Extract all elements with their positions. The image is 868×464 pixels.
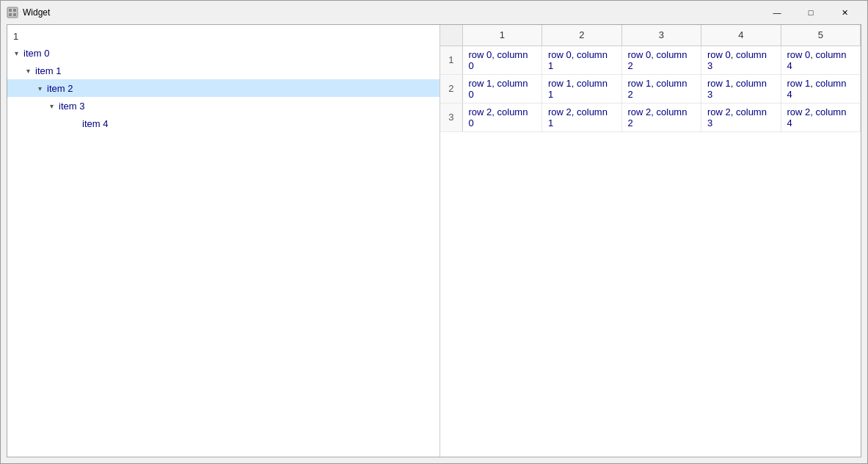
- app-icon: [7, 7, 18, 18]
- tree-item-item2[interactable]: ▾ item 2: [7, 79, 440, 97]
- arrow-item2: ▾: [34, 82, 45, 94]
- cell-1-1: row 1, column 1: [542, 74, 622, 103]
- table-row: 2 row 1, column 0 row 1, column 1 row 1,…: [440, 74, 861, 103]
- title-bar: Widget — □ ✕: [1, 1, 867, 24]
- cell-2-4: row 2, column 4: [781, 103, 861, 131]
- col-header-4: 4: [701, 25, 781, 46]
- cell-2-1: row 2, column 1: [542, 103, 622, 131]
- col-header-1: 1: [462, 25, 542, 46]
- label-item2: item 2: [47, 83, 73, 94]
- table-row: 3 row 2, column 0 row 2, column 1 row 2,…: [440, 103, 861, 131]
- window-title: Widget: [23, 7, 760, 18]
- cell-0-1: row 0, column 1: [542, 46, 622, 74]
- cell-0-0: row 0, column 0: [462, 46, 542, 74]
- arrow-item0: ▾: [10, 47, 22, 59]
- cell-0-2: row 0, column 2: [621, 46, 701, 74]
- window-content: 1 ▾ item 0 ▾ item 1 ▾ item 2 ▾ item 3: [7, 24, 861, 457]
- cell-1-3: row 1, column 3: [701, 74, 781, 103]
- tree-item-item3[interactable]: ▾ item 3: [7, 97, 440, 115]
- cell-0-3: row 0, column 3: [701, 46, 781, 74]
- row-num-1: 2: [440, 74, 462, 103]
- svg-rect-4: [13, 13, 16, 16]
- table-header-row: 1 2 3 4 5: [440, 25, 861, 46]
- window-controls: — □ ✕: [760, 1, 861, 24]
- svg-rect-3: [9, 13, 12, 16]
- table-row: 1 row 0, column 0 row 0, column 1 row 0,…: [440, 46, 861, 74]
- col-header-5: 5: [781, 25, 861, 46]
- tree-item-item4[interactable]: item 4: [7, 115, 440, 132]
- minimize-button[interactable]: —: [760, 1, 794, 24]
- label-item3: item 3: [59, 101, 84, 112]
- tree-item-item1[interactable]: ▾ item 1: [7, 62, 440, 79]
- maximize-button[interactable]: □: [794, 1, 828, 24]
- row-num-0: 1: [440, 46, 462, 74]
- row-num-2: 3: [440, 103, 462, 131]
- cell-2-0: row 2, column 0: [462, 103, 542, 131]
- cell-2-2: row 2, column 2: [621, 103, 701, 131]
- svg-rect-2: [13, 9, 16, 12]
- label-item0: item 0: [23, 48, 49, 59]
- arrow-item4: [69, 117, 81, 129]
- tree-panel[interactable]: 1 ▾ item 0 ▾ item 1 ▾ item 2 ▾ item 3: [7, 25, 440, 457]
- cell-1-2: row 1, column 2: [621, 74, 701, 103]
- tree-header: 1: [7, 28, 440, 44]
- main-window: Widget — □ ✕ 1 ▾ item 0 ▾ item 1 ▾ i: [0, 0, 868, 464]
- label-item4: item 4: [82, 118, 108, 129]
- cell-2-3: row 2, column 3: [701, 103, 781, 131]
- cell-1-0: row 1, column 0: [462, 74, 542, 103]
- svg-rect-1: [9, 9, 12, 12]
- arrow-item3: ▾: [45, 100, 57, 112]
- cell-0-4: row 0, column 4: [781, 46, 861, 74]
- col-header-3: 3: [621, 25, 701, 46]
- table-panel: 1 2 3 4 5 1 row 0, column 0 row 0, colum…: [440, 25, 861, 457]
- cell-1-4: row 1, column 4: [781, 74, 861, 103]
- data-table: 1 2 3 4 5 1 row 0, column 0 row 0, colum…: [440, 25, 861, 132]
- col-header-2: 2: [542, 25, 622, 46]
- label-item1: item 1: [35, 65, 61, 76]
- tree-item-item0[interactable]: ▾ item 0: [7, 44, 440, 62]
- close-button[interactable]: ✕: [828, 1, 861, 24]
- row-number-header: [440, 25, 462, 46]
- arrow-item1: ▾: [22, 65, 34, 76]
